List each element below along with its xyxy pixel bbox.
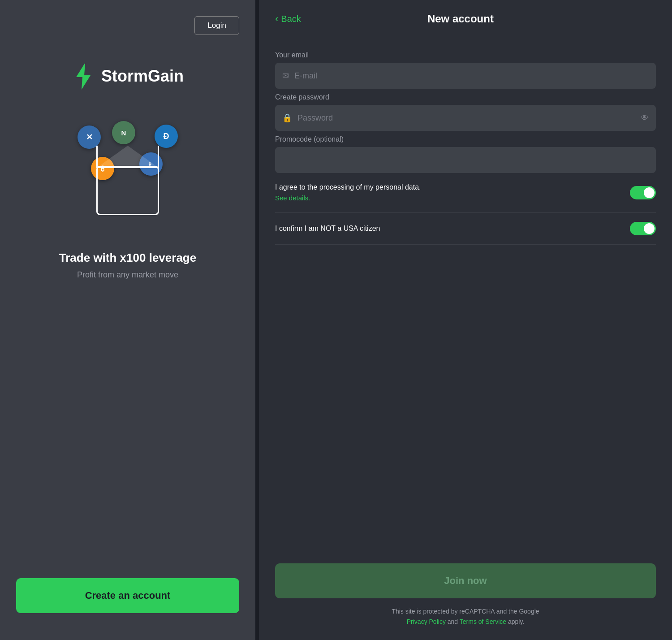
coin-dash: Đ [155, 125, 178, 148]
email-label: Your email [275, 51, 656, 59]
panel-divider [255, 0, 259, 640]
terms-of-service-link[interactable]: Terms of Service [460, 618, 506, 625]
join-now-button[interactable]: Join now [275, 563, 656, 598]
password-label: Create password [275, 93, 656, 101]
email-input-wrapper: ✉ [275, 63, 656, 89]
coin-nu: N [112, 121, 135, 144]
personal-data-text: I agree to the processing of my personal… [275, 182, 625, 203]
personal-data-row: I agree to the processing of my personal… [275, 173, 656, 213]
see-details-link[interactable]: See details. [275, 194, 310, 202]
logo-area: StormGain [72, 63, 184, 90]
tagline-sub: Profit from any market move [59, 270, 196, 280]
bottom-section: Join now This site is protected by reCAP… [259, 554, 672, 640]
page-title: New account [301, 13, 620, 25]
svg-marker-0 [76, 63, 90, 90]
email-input[interactable] [294, 71, 649, 81]
wallet-illustration: ✕ N Đ ₿ Ł [65, 117, 190, 215]
tagline-area: Trade with x100 leverage Profit from any… [59, 251, 196, 280]
back-label: Back [281, 14, 301, 24]
personal-data-toggle[interactable] [630, 186, 656, 199]
password-input-wrapper: 🔒 👁 [275, 105, 656, 131]
toggle-knob-2 [644, 223, 655, 234]
email-icon: ✉ [282, 71, 289, 81]
wallet-fold-left [96, 146, 128, 168]
usa-citizen-text: I confirm I am NOT a USA citizen [275, 223, 625, 234]
privacy-policy-link[interactable]: Privacy Policy [407, 618, 446, 625]
create-account-button[interactable]: Create an account [16, 578, 239, 613]
right-panel: ‹ Back New account Your email ✉ Create p… [259, 0, 672, 640]
left-panel: Login StormGain ✕ N Đ ₿ Ł Trade with x10… [0, 0, 255, 640]
tagline-main: Trade with x100 leverage [59, 251, 196, 265]
promocode-label: Promocode (optional) [275, 135, 656, 143]
eye-icon[interactable]: 👁 [641, 113, 649, 123]
right-header: ‹ Back New account [259, 0, 672, 38]
usa-citizen-toggle[interactable] [630, 222, 656, 235]
wallet-body [96, 166, 159, 215]
toggle-knob-1 [644, 187, 655, 198]
lock-icon: 🔒 [282, 113, 292, 123]
stormgain-logo-icon [72, 63, 95, 90]
form-area: Your email ✉ Create password 🔒 👁 Promoco… [259, 38, 672, 554]
password-input[interactable] [297, 113, 635, 123]
promocode-input[interactable] [275, 147, 656, 173]
wallet-fold-right [128, 146, 159, 168]
usa-citizen-row: I confirm I am NOT a USA citizen [275, 213, 656, 245]
back-button[interactable]: ‹ Back [275, 13, 301, 25]
logo-text: StormGain [101, 67, 184, 86]
recaptcha-text: This site is protected by reCAPTCHA and … [275, 606, 656, 627]
back-chevron-icon: ‹ [275, 13, 278, 25]
login-button[interactable]: Login [194, 16, 239, 35]
